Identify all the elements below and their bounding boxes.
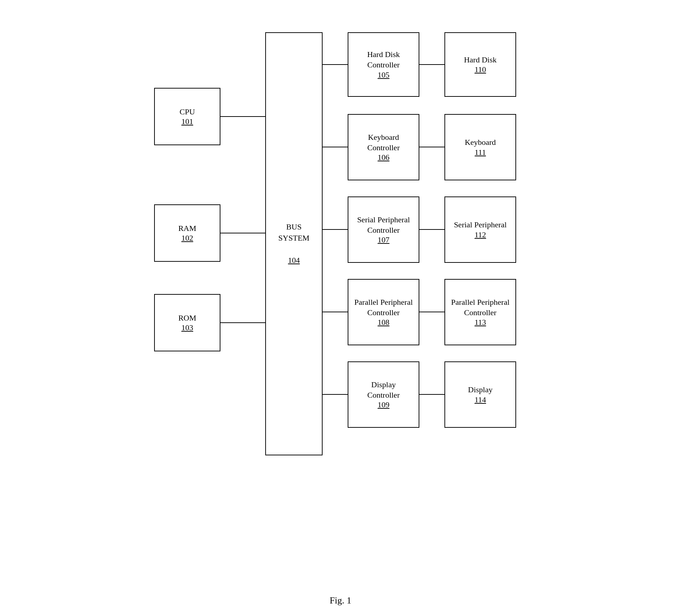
- kb-ctrl-label: KeyboardController: [367, 132, 400, 153]
- pp-num: 113: [475, 318, 486, 327]
- dp-num: 114: [475, 395, 486, 404]
- dp-label: Display: [468, 385, 492, 395]
- dp-ctrl-box: DisplayController 109: [348, 361, 419, 428]
- pp-box: Parallel PeripheralController 113: [444, 279, 516, 345]
- dp-ctrl-num: 109: [378, 400, 390, 409]
- sp-box: Serial Peripheral 112: [444, 196, 516, 263]
- cpu-label: CPU: [180, 107, 195, 117]
- ram-num: 102: [181, 233, 193, 243]
- kb-box: Keyboard 111: [444, 114, 516, 180]
- kb-ctrl-box: KeyboardController 106: [348, 114, 419, 180]
- pp-ctrl-box: Parallel PeripheralController 108: [348, 279, 419, 345]
- diagram: CPU 101 RAM 102 ROM 103 BUS SYSTEM 104 H…: [143, 22, 538, 588]
- sp-ctrl-num: 107: [378, 235, 390, 245]
- sp-num: 112: [475, 230, 486, 240]
- bus-label2: SYSTEM: [278, 233, 310, 244]
- hd-ctrl-num: 105: [378, 70, 390, 80]
- hd-num: 110: [475, 65, 486, 74]
- pp-label: Parallel PeripheralController: [451, 297, 509, 318]
- dp-ctrl-label: DisplayController: [367, 380, 400, 400]
- bus-label: BUS: [278, 222, 310, 233]
- rom-label: ROM: [178, 313, 196, 323]
- hd-label: Hard Disk: [464, 55, 496, 65]
- hd-ctrl-box: Hard DiskController 105: [348, 32, 419, 97]
- cpu-box: CPU 101: [154, 88, 220, 145]
- dp-box: Display 114: [444, 361, 516, 428]
- figure-label: Fig. 1: [330, 595, 352, 606]
- ram-label: RAM: [178, 223, 196, 234]
- rom-num: 103: [181, 323, 193, 332]
- sp-ctrl-label: Serial PeripheralController: [357, 215, 410, 235]
- pp-ctrl-label: Parallel PeripheralController: [354, 297, 413, 318]
- bus-system-box: BUS SYSTEM 104: [265, 32, 323, 455]
- hd-box: Hard Disk 110: [444, 32, 516, 97]
- kb-ctrl-num: 106: [378, 153, 390, 162]
- bus-num: 104: [278, 255, 310, 266]
- cpu-num: 101: [181, 117, 193, 126]
- sp-label: Serial Peripheral: [454, 220, 506, 230]
- ram-box: RAM 102: [154, 204, 220, 262]
- sp-ctrl-box: Serial PeripheralController 107: [348, 196, 419, 263]
- pp-ctrl-num: 108: [378, 318, 390, 327]
- rom-box: ROM 103: [154, 294, 220, 351]
- kb-label: Keyboard: [465, 137, 496, 148]
- kb-num: 111: [475, 148, 486, 157]
- hd-ctrl-label: Hard DiskController: [367, 49, 400, 70]
